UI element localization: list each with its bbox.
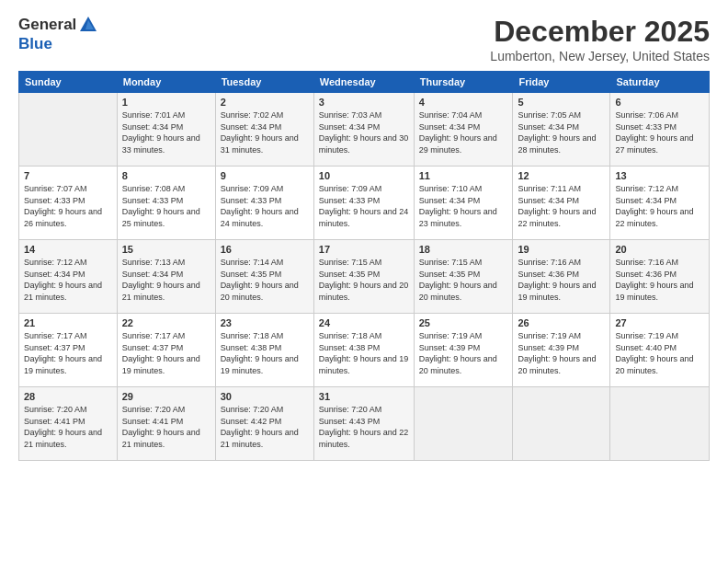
- day-number: 11: [419, 170, 508, 181]
- calendar-cell: 7Sunrise: 7:07 AMSunset: 4:33 PMDaylight…: [19, 167, 118, 240]
- day-info: Sunrise: 7:19 AMSunset: 4:39 PMDaylight:…: [518, 330, 605, 376]
- day-number: 20: [615, 244, 704, 255]
- logo-icon: [78, 15, 98, 35]
- calendar-cell: 21Sunrise: 7:17 AMSunset: 4:37 PMDayligh…: [19, 314, 118, 387]
- calendar-cell: 26Sunrise: 7:19 AMSunset: 4:39 PMDayligh…: [513, 314, 610, 387]
- calendar-cell: 1Sunrise: 7:01 AMSunset: 4:34 PMDaylight…: [117, 93, 215, 167]
- day-info: Sunrise: 7:10 AMSunset: 4:34 PMDaylight:…: [419, 183, 508, 229]
- logo: General Blue: [18, 15, 100, 53]
- day-info: Sunrise: 7:12 AMSunset: 4:34 PMDaylight:…: [615, 183, 704, 229]
- day-info: Sunrise: 7:19 AMSunset: 4:40 PMDaylight:…: [615, 330, 704, 376]
- calendar-cell: 2Sunrise: 7:02 AMSunset: 4:34 PMDaylight…: [215, 93, 313, 167]
- day-number: 21: [24, 317, 112, 328]
- calendar-cell: 31Sunrise: 7:20 AMSunset: 4:43 PMDayligh…: [313, 387, 414, 461]
- day-number: 30: [221, 391, 309, 402]
- weekday-header-saturday: Saturday: [610, 72, 710, 93]
- calendar-week-row: 7Sunrise: 7:07 AMSunset: 4:33 PMDaylight…: [19, 167, 710, 240]
- calendar-week-row: 1Sunrise: 7:01 AMSunset: 4:34 PMDaylight…: [19, 93, 710, 167]
- weekday-header-wednesday: Wednesday: [313, 72, 414, 93]
- calendar-cell: 5Sunrise: 7:05 AMSunset: 4:34 PMDaylight…: [513, 93, 610, 167]
- weekday-header-friday: Friday: [513, 72, 610, 93]
- calendar-cell: 23Sunrise: 7:18 AMSunset: 4:38 PMDayligh…: [215, 314, 313, 387]
- weekday-header-row: SundayMondayTuesdayWednesdayThursdayFrid…: [19, 72, 710, 93]
- calendar-cell: 29Sunrise: 7:20 AMSunset: 4:41 PMDayligh…: [117, 387, 215, 461]
- calendar-cell: [610, 387, 710, 461]
- calendar-cell: 6Sunrise: 7:06 AMSunset: 4:33 PMDaylight…: [610, 93, 710, 167]
- day-number: 31: [319, 391, 409, 402]
- calendar-cell: 13Sunrise: 7:12 AMSunset: 4:34 PMDayligh…: [610, 167, 710, 240]
- weekday-header-thursday: Thursday: [414, 72, 513, 93]
- day-number: 12: [518, 170, 605, 181]
- logo-general: General: [18, 16, 76, 34]
- day-info: Sunrise: 7:03 AMSunset: 4:34 PMDaylight:…: [319, 109, 409, 155]
- day-number: 28: [24, 391, 112, 402]
- day-number: 5: [518, 97, 605, 108]
- day-info: Sunrise: 7:18 AMSunset: 4:38 PMDaylight:…: [319, 330, 409, 376]
- day-number: 2: [221, 97, 309, 108]
- calendar-cell: 17Sunrise: 7:15 AMSunset: 4:35 PMDayligh…: [313, 240, 414, 314]
- day-number: 17: [319, 244, 409, 255]
- calendar-cell: 19Sunrise: 7:16 AMSunset: 4:36 PMDayligh…: [513, 240, 610, 314]
- day-info: Sunrise: 7:09 AMSunset: 4:33 PMDaylight:…: [319, 183, 409, 229]
- day-number: 15: [122, 244, 210, 255]
- day-number: 7: [24, 170, 112, 181]
- day-info: Sunrise: 7:15 AMSunset: 4:35 PMDaylight:…: [319, 257, 409, 303]
- calendar-cell: 16Sunrise: 7:14 AMSunset: 4:35 PMDayligh…: [215, 240, 313, 314]
- calendar-cell: 24Sunrise: 7:18 AMSunset: 4:38 PMDayligh…: [313, 314, 414, 387]
- day-number: 8: [122, 170, 210, 181]
- month-title: December 2025: [490, 15, 710, 49]
- calendar-cell: 18Sunrise: 7:15 AMSunset: 4:35 PMDayligh…: [414, 240, 513, 314]
- calendar-cell: [513, 387, 610, 461]
- calendar-cell: 28Sunrise: 7:20 AMSunset: 4:41 PMDayligh…: [19, 387, 118, 461]
- day-info: Sunrise: 7:08 AMSunset: 4:33 PMDaylight:…: [122, 183, 210, 229]
- calendar-cell: 14Sunrise: 7:12 AMSunset: 4:34 PMDayligh…: [19, 240, 118, 314]
- day-info: Sunrise: 7:16 AMSunset: 4:36 PMDaylight:…: [518, 257, 605, 303]
- calendar-cell: 25Sunrise: 7:19 AMSunset: 4:39 PMDayligh…: [414, 314, 513, 387]
- calendar-week-row: 21Sunrise: 7:17 AMSunset: 4:37 PMDayligh…: [19, 314, 710, 387]
- day-number: 9: [221, 170, 309, 181]
- day-info: Sunrise: 7:17 AMSunset: 4:37 PMDaylight:…: [122, 330, 210, 376]
- page-header: General Blue December 2025 Lumberton, Ne…: [18, 15, 710, 63]
- day-number: 22: [122, 317, 210, 328]
- day-info: Sunrise: 7:18 AMSunset: 4:38 PMDaylight:…: [221, 330, 309, 376]
- day-info: Sunrise: 7:01 AMSunset: 4:34 PMDaylight:…: [122, 109, 210, 155]
- weekday-header-monday: Monday: [117, 72, 215, 93]
- calendar-cell: 11Sunrise: 7:10 AMSunset: 4:34 PMDayligh…: [414, 167, 513, 240]
- day-number: 10: [319, 170, 409, 181]
- calendar-cell: 9Sunrise: 7:09 AMSunset: 4:33 PMDaylight…: [215, 167, 313, 240]
- calendar-cell: [19, 93, 118, 167]
- day-info: Sunrise: 7:12 AMSunset: 4:34 PMDaylight:…: [24, 257, 112, 303]
- day-info: Sunrise: 7:16 AMSunset: 4:36 PMDaylight:…: [615, 257, 704, 303]
- location-title: Lumberton, New Jersey, United States: [490, 49, 710, 63]
- day-number: 18: [419, 244, 508, 255]
- day-info: Sunrise: 7:09 AMSunset: 4:33 PMDaylight:…: [221, 183, 309, 229]
- day-info: Sunrise: 7:17 AMSunset: 4:37 PMDaylight:…: [24, 330, 112, 376]
- calendar-cell: 27Sunrise: 7:19 AMSunset: 4:40 PMDayligh…: [610, 314, 710, 387]
- calendar-week-row: 14Sunrise: 7:12 AMSunset: 4:34 PMDayligh…: [19, 240, 710, 314]
- day-info: Sunrise: 7:05 AMSunset: 4:34 PMDaylight:…: [518, 109, 605, 155]
- day-number: 16: [221, 244, 309, 255]
- day-info: Sunrise: 7:20 AMSunset: 4:43 PMDaylight:…: [319, 404, 409, 450]
- day-number: 26: [518, 317, 605, 328]
- calendar-cell: 3Sunrise: 7:03 AMSunset: 4:34 PMDaylight…: [313, 93, 414, 167]
- day-info: Sunrise: 7:07 AMSunset: 4:33 PMDaylight:…: [24, 183, 112, 229]
- day-number: 27: [615, 317, 704, 328]
- calendar-cell: 10Sunrise: 7:09 AMSunset: 4:33 PMDayligh…: [313, 167, 414, 240]
- calendar-table: SundayMondayTuesdayWednesdayThursdayFrid…: [18, 71, 710, 461]
- day-info: Sunrise: 7:20 AMSunset: 4:42 PMDaylight:…: [221, 404, 309, 450]
- day-info: Sunrise: 7:11 AMSunset: 4:34 PMDaylight:…: [518, 183, 605, 229]
- weekday-header-tuesday: Tuesday: [215, 72, 313, 93]
- day-info: Sunrise: 7:02 AMSunset: 4:34 PMDaylight:…: [221, 109, 309, 155]
- day-info: Sunrise: 7:13 AMSunset: 4:34 PMDaylight:…: [122, 257, 210, 303]
- day-number: 13: [615, 170, 704, 181]
- day-number: 4: [419, 97, 508, 108]
- calendar-cell: 12Sunrise: 7:11 AMSunset: 4:34 PMDayligh…: [513, 167, 610, 240]
- day-info: Sunrise: 7:04 AMSunset: 4:34 PMDaylight:…: [419, 109, 508, 155]
- calendar-cell: 4Sunrise: 7:04 AMSunset: 4:34 PMDaylight…: [414, 93, 513, 167]
- day-info: Sunrise: 7:20 AMSunset: 4:41 PMDaylight:…: [122, 404, 210, 450]
- day-info: Sunrise: 7:06 AMSunset: 4:33 PMDaylight:…: [615, 109, 704, 155]
- logo-blue: Blue: [18, 35, 52, 52]
- calendar-cell: [414, 387, 513, 461]
- day-number: 29: [122, 391, 210, 402]
- calendar-week-row: 28Sunrise: 7:20 AMSunset: 4:41 PMDayligh…: [19, 387, 710, 461]
